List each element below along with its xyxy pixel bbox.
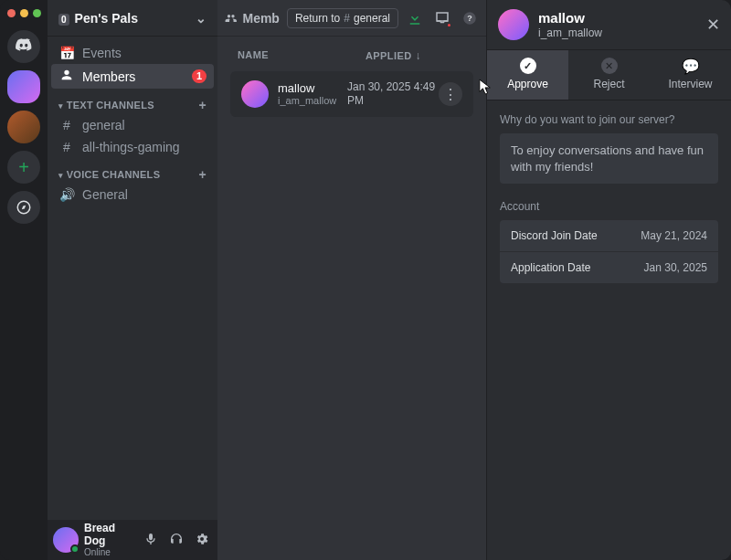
members-icon — [58, 68, 75, 85]
sidebar-item-events[interactable]: 📅 Events — [51, 42, 214, 64]
tab-label: Reject — [593, 78, 624, 90]
close-panel-button[interactable]: ✕ — [706, 15, 720, 35]
category-voice-channels[interactable]: ▾ VOICE CHANNELS + — [51, 158, 214, 184]
server-pens-pals[interactable] — [7, 70, 40, 103]
panel-action-tabs: ✓ Approve ✕ Reject 💬 Interview — [487, 49, 731, 100]
server-other[interactable] — [7, 111, 40, 143]
tab-label: Interview — [668, 78, 712, 90]
return-to-channel-button[interactable]: Return to # general — [287, 8, 398, 28]
panel-header: mallow i_am_mallow ✕ — [487, 0, 731, 49]
applicant-list-header: NAME APPLIED ↓ — [217, 37, 486, 71]
row-label: Discord Join Date — [511, 229, 598, 242]
gear-icon — [195, 532, 209, 546]
application-question: Why do you want to join our server? — [500, 113, 718, 126]
application-answer: To enjoy conversations and have fun with… — [500, 133, 718, 184]
server-header[interactable]: 0Pen's Pals ⌄ — [48, 0, 217, 37]
self-avatar[interactable] — [53, 527, 79, 553]
server-level-badge: 0 — [58, 14, 69, 26]
channel-label: general — [82, 118, 125, 132]
category-label: ▾ VOICE CHANNELS — [58, 169, 160, 180]
download-button[interactable] — [406, 9, 424, 27]
discord-logo-icon — [14, 37, 34, 57]
panel-username: i_am_mallow — [538, 26, 697, 39]
check-circle-icon: ✓ — [520, 58, 536, 74]
sort-arrow-down-icon: ↓ — [415, 49, 420, 62]
members-badge: 1 — [192, 69, 207, 83]
row-value: May 21, 2024 — [641, 229, 707, 242]
category-text-channels[interactable]: ▾ TEXT CHANNELS + — [51, 89, 214, 114]
account-section-label: Account — [500, 200, 718, 213]
panel-body: Why do you want to join our server? To e… — [487, 100, 731, 296]
category-label: ▾ TEXT CHANNELS — [58, 100, 154, 111]
self-name: Bread Dog — [84, 523, 135, 546]
speech-bubble-icon: 💬 — [683, 58, 699, 74]
window-max-dot[interactable] — [33, 9, 41, 17]
channel-label: General — [82, 187, 128, 202]
add-channel-icon[interactable]: + — [199, 167, 207, 182]
members-icon — [225, 10, 237, 26]
tab-label: Approve — [507, 78, 548, 90]
explore-servers-button[interactable] — [7, 191, 40, 224]
add-server-button[interactable]: + — [7, 151, 40, 184]
channel-list: 📅 Events Members 1 ▾ TEXT CHANNELS + # g… — [48, 37, 217, 520]
server-name: Pen's Pals — [75, 11, 138, 26]
window-close-dot[interactable] — [7, 9, 16, 17]
applicant-applied-date: Jan 30, 2025 4:49 PM — [347, 80, 439, 108]
help-button[interactable]: ? — [461, 9, 479, 27]
hash-icon: # — [58, 140, 75, 154]
chevron-down-icon: ⌄ — [196, 11, 207, 26]
hash-icon: # — [344, 12, 350, 25]
compass-icon — [16, 199, 32, 216]
tab-reject[interactable]: ✕ Reject — [568, 50, 650, 100]
col-applied-header[interactable]: APPLIED ↓ — [366, 49, 466, 62]
voice-channel-general[interactable]: 🔊 General — [51, 184, 214, 206]
inbox-button[interactable] — [433, 9, 451, 27]
svg-text:?: ? — [467, 14, 472, 23]
notification-dot-icon — [446, 22, 452, 28]
mute-mic-button[interactable] — [141, 532, 161, 549]
deafen-button[interactable] — [166, 532, 186, 549]
account-row-join-date: Discord Join Date May 21, 2024 — [500, 220, 718, 251]
window-min-dot[interactable] — [20, 9, 28, 17]
topbar: Memb Return to # general ? — [217, 0, 486, 37]
account-row-application-date: Application Date Jan 30, 2025 — [500, 251, 718, 283]
tab-interview[interactable]: 💬 Interview — [650, 50, 731, 100]
user-settings-button[interactable] — [192, 532, 212, 549]
channel-all-things-gaming[interactable]: # all-things-gaming — [51, 136, 214, 158]
self-meta[interactable]: Bread Dog Online — [84, 523, 135, 556]
panel-avatar — [498, 9, 529, 40]
applicant-detail-panel: mallow i_am_mallow ✕ ✓ Approve ✕ Reject … — [486, 0, 731, 560]
sidebar-item-label: Events — [82, 46, 122, 60]
applicant-avatar — [241, 80, 269, 108]
return-prefix: Return to — [295, 12, 340, 25]
channel-general[interactable]: # general — [51, 114, 214, 136]
status-online-icon — [70, 544, 79, 554]
sidebar-item-members[interactable]: Members 1 — [51, 64, 214, 89]
server-rail: + — [0, 0, 48, 560]
channel-sidebar: 0Pen's Pals ⌄ 📅 Events Members 1 ▾ TEXT … — [48, 0, 217, 560]
return-channel-name: general — [354, 12, 390, 25]
sidebar-item-label: Members — [82, 69, 135, 84]
window-traffic-lights — [7, 5, 41, 23]
applicant-row[interactable]: mallow i_am_mallow Jan 30, 2025 4:49 PM … — [230, 71, 473, 117]
user-panel: Bread Dog Online — [48, 520, 217, 560]
speaker-icon: 🔊 — [58, 187, 75, 202]
self-status: Online — [84, 547, 135, 557]
add-channel-icon[interactable]: + — [199, 98, 207, 112]
row-value: Jan 30, 2025 — [644, 261, 707, 274]
account-info-card: Discord Join Date May 21, 2024 Applicati… — [500, 220, 718, 283]
col-name-header[interactable]: NAME — [238, 49, 366, 62]
topbar-title: Memb — [242, 11, 279, 26]
col-applied-label: APPLIED — [366, 50, 411, 61]
calendar-icon: 📅 — [58, 46, 75, 60]
x-circle-icon: ✕ — [601, 58, 618, 74]
panel-display-name: mallow — [538, 10, 697, 26]
applicant-more-button[interactable]: ⋮ — [439, 82, 462, 106]
applicant-display-name: mallow — [278, 81, 347, 96]
dm-home-button[interactable] — [7, 30, 40, 63]
main-content: Memb Return to # general ? NAME APPLIED … — [217, 0, 486, 560]
tab-approve[interactable]: ✓ Approve — [487, 50, 568, 100]
hash-icon: # — [58, 118, 75, 132]
applicant-username: i_am_mallow — [278, 95, 347, 107]
channel-label: all-things-gaming — [82, 140, 180, 154]
